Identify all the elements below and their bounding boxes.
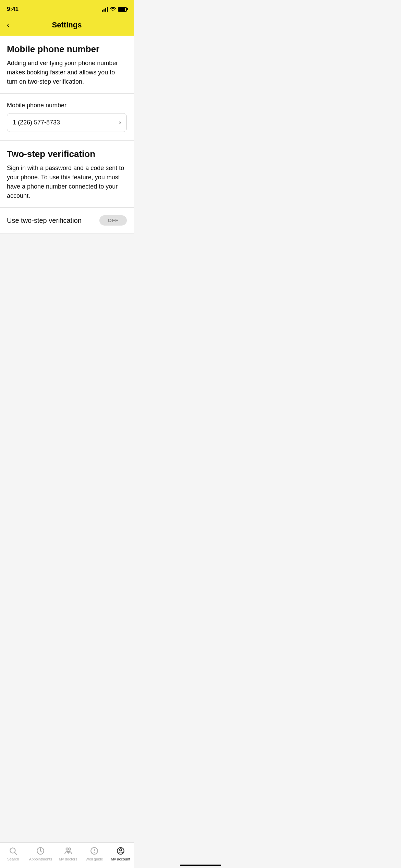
phone-field-label: Mobile phone number — [0, 94, 134, 109]
mobile-phone-section: Mobile phone number Adding and verifying… — [0, 36, 134, 93]
signal-icon — [102, 7, 108, 12]
content: Mobile phone number Adding and verifying… — [0, 36, 134, 233]
status-bar: 9:41 — [0, 0, 134, 17]
mobile-phone-description: Adding and verifying your phone number m… — [7, 59, 127, 86]
two-step-toggle-row: Use two-step verification OFF — [0, 208, 134, 233]
status-time: 9:41 — [7, 6, 19, 13]
phone-field-container: 1 (226) 577-8733 › — [0, 113, 134, 140]
two-step-toggle[interactable]: OFF — [99, 215, 127, 226]
page-title: Settings — [52, 21, 82, 29]
empty-space — [0, 233, 134, 336]
toggle-label: Use two-step verification — [7, 217, 99, 225]
phone-value: 1 (226) 577-8733 — [13, 119, 60, 126]
phone-field[interactable]: 1 (226) 577-8733 › — [7, 113, 127, 132]
back-button[interactable]: ‹ — [7, 21, 9, 29]
toggle-state: OFF — [108, 217, 119, 223]
header: ‹ Settings — [0, 17, 134, 36]
two-step-description: Sign in with a password and a code sent … — [7, 164, 127, 201]
two-step-section: Two-step verification Sign in with a pas… — [0, 141, 134, 207]
chevron-right-icon: › — [119, 119, 121, 126]
two-step-title: Two-step verification — [7, 149, 127, 159]
battery-icon — [118, 7, 127, 12]
mobile-phone-title: Mobile phone number — [7, 44, 127, 55]
status-icons — [102, 7, 127, 12]
wifi-icon — [110, 7, 116, 12]
